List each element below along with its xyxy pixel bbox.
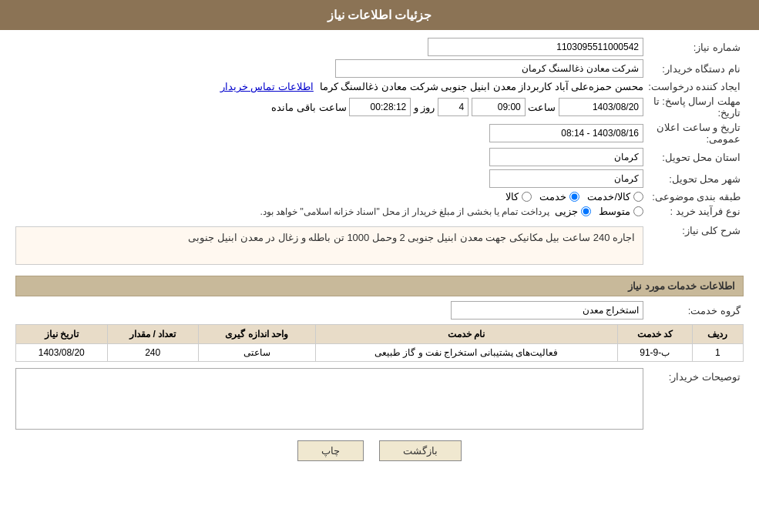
process-motavasset-radio[interactable]	[633, 206, 643, 216]
category-kala-khadamat-item: کالا/خدمت	[587, 191, 643, 202]
process-jozyi-item: جزیی	[555, 206, 591, 217]
need-number-row: شماره نیاز:	[15, 38, 744, 56]
remaining-label: ساعت باقی مانده	[271, 102, 346, 113]
process-motavasset-item: متوسط	[599, 206, 643, 217]
page-title: جزئیات اطلاعات نیاز	[327, 8, 432, 22]
table-row: 1 ب-9-91 فعالیت‌های پشتیبانی استخراج نفت…	[16, 344, 744, 362]
cell-unit: ساعتی	[198, 344, 315, 362]
need-desc-label: شرح کلی نیاز:	[643, 225, 744, 236]
cell-code: ب-9-91	[617, 344, 692, 362]
col-name: نام خدمت	[315, 325, 617, 344]
page-header: جزئیات اطلاعات نیاز	[0, 0, 759, 30]
need-number-input[interactable]	[428, 38, 643, 56]
buyer-notes-label: توصیحات خریدار:	[643, 371, 744, 383]
days-input[interactable]	[438, 98, 468, 116]
col-date: تاریخ نیاز	[16, 325, 108, 344]
cell-quantity: 240	[107, 344, 198, 362]
announce-row: تاریخ و ساعت اعلان عمومی:	[15, 122, 744, 145]
category-khadamat-item: خدمت	[539, 191, 579, 202]
announce-label: تاریخ و ساعت اعلان عمومی:	[643, 122, 744, 145]
city-input[interactable]	[489, 169, 643, 188]
process-radio-group: متوسط جزیی	[555, 206, 643, 217]
category-radio-group: کالا/خدمت خدمت کالا	[505, 191, 643, 202]
requester-label: ایجاد کننده درخواست:	[643, 81, 744, 92]
time-label: ساعت	[528, 102, 556, 113]
need-desc-value: اجاره 240 ساعت بیل مکانیکی جهت معدن ابنی…	[15, 226, 643, 265]
cell-date: 1403/08/20	[16, 344, 108, 362]
col-row: ردیف	[692, 325, 743, 344]
main-content: شماره نیاز: نام دستگاه خریدار: ایجاد کنن…	[0, 30, 759, 477]
deadline-date-input[interactable]	[559, 98, 643, 116]
service-group-label: گروه خدمت:	[643, 305, 744, 316]
buyer-notes-row: توصیحات خریدار:	[15, 368, 744, 430]
category-row: طبقه بندی موضوعی: کالا/خدمت خدمت کالا	[15, 191, 744, 202]
announce-input[interactable]	[489, 124, 643, 142]
process-motavasset-label: متوسط	[599, 206, 630, 217]
province-label: استان محل تحویل:	[643, 152, 744, 163]
button-row: بازگشت چاپ	[15, 440, 744, 461]
category-kala-item: کالا	[505, 191, 532, 202]
deadline-row: مهلت ارسال پاسخ: تا تاریخ: ساعت روز و سا…	[15, 95, 744, 119]
col-quantity: تعداد / مقدار	[107, 325, 198, 344]
category-kala-radio[interactable]	[522, 192, 532, 202]
process-note: پرداخت تمام یا بخشی از مبلغ خریدار از مح…	[260, 206, 549, 217]
deadline-label: مهلت ارسال پاسخ: تا تاریخ:	[643, 95, 744, 119]
need-number-label: شماره نیاز:	[643, 42, 744, 53]
city-row: شهر محل تحویل:	[15, 169, 744, 188]
process-label: نوع فرآیند خرید :	[643, 206, 744, 217]
category-kala-khadamat-label: کالا/خدمت	[587, 191, 630, 202]
category-label: طبقه بندی موضوعی:	[643, 191, 744, 202]
service-group-row: گروه خدمت:	[15, 301, 744, 320]
process-jozyi-radio[interactable]	[581, 206, 591, 216]
col-code: کد خدمت	[617, 325, 692, 344]
service-group-input[interactable]	[451, 301, 643, 320]
requester-row: ایجاد کننده درخواست: محسن حمزه‌علی آباد …	[15, 81, 744, 92]
category-khadamat-radio[interactable]	[569, 192, 579, 202]
services-table: ردیف کد خدمت نام خدمت واحد اندازه گیری ت…	[15, 324, 744, 362]
buyer-org-label: نام دستگاه خریدار:	[643, 63, 744, 75]
cell-name: فعالیت‌های پشتیبانی استخراج نفت و گاز طب…	[315, 344, 617, 362]
back-button[interactable]: بازگشت	[379, 440, 462, 461]
city-label: شهر محل تحویل:	[643, 173, 744, 185]
cell-row: 1	[692, 344, 743, 362]
requester-contact-link[interactable]: اطلاعات تماس خریدار	[220, 81, 314, 92]
category-khadamat-label: خدمت	[539, 191, 566, 202]
page-wrapper: جزئیات اطلاعات نیاز شماره نیاز: نام دستگ…	[0, 0, 759, 532]
buyer-org-input[interactable]	[335, 59, 643, 78]
process-jozyi-label: جزیی	[555, 206, 578, 217]
services-section-header: اطلاعات خدمات مورد نیاز	[15, 276, 744, 296]
category-kala-khadamat-radio[interactable]	[633, 192, 643, 202]
deadline-time-input[interactable]	[472, 98, 526, 116]
category-kala-label: کالا	[505, 191, 519, 202]
days-label: روز و	[414, 102, 435, 113]
remaining-input[interactable]	[349, 98, 411, 116]
col-unit: واحد اندازه گیری	[198, 325, 315, 344]
print-button[interactable]: چاپ	[297, 440, 364, 461]
province-row: استان محل تحویل:	[15, 148, 744, 166]
requester-name: محسن حمزه‌علی آباد کاربرداز معدن ابنیل ج…	[320, 81, 643, 92]
buyer-notes-textarea[interactable]	[15, 368, 643, 430]
province-input[interactable]	[489, 148, 643, 166]
buyer-org-row: نام دستگاه خریدار:	[15, 59, 744, 78]
need-desc-row: شرح کلی نیاز: اجاره 240 ساعت بیل مکانیکی…	[15, 222, 744, 269]
process-row: نوع فرآیند خرید : متوسط جزیی پرداخت تمام…	[15, 206, 744, 217]
